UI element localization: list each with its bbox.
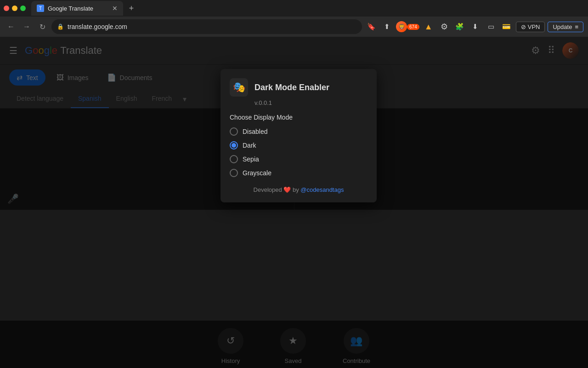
disabled-option[interactable]: Disabled [230,127,368,136]
extensions-icon[interactable]: 🧩 [453,20,466,33]
menu-icon: ≡ [575,23,578,30]
new-tab-button[interactable]: + [125,2,138,15]
tab-favicon: T [37,5,44,12]
back-button[interactable]: ← [5,20,17,33]
popup-footer: Developed ❤️ by @codesandtags [230,186,368,193]
sepia-label: Sepia [243,155,259,163]
popup-extension-logo: 🎭 [230,78,248,97]
active-tab[interactable]: T Google Translate ✕ [31,1,123,16]
popup-overlay: 🎭 Dark Mode Enabler v.0.0.1 Choose Displ… [0,37,588,368]
window-controls [4,6,26,11]
grayscale-radio[interactable] [230,169,238,177]
vpn-button[interactable]: ⊘ VPN [516,22,545,32]
browser-chrome: T Google Translate ✕ + ← → ↻ 🔒 translate… [0,0,588,37]
address-bar[interactable]: 🔒 translate.google.com [51,19,362,34]
sepia-radio[interactable] [230,155,238,163]
brave-lion-icon[interactable]: 🦁 [396,21,407,32]
brave-shield-wrapper: 🦁 674 [396,21,419,32]
vpn-label: VPN [528,23,540,30]
tab-title: Google Translate [48,5,93,12]
disabled-radio[interactable] [230,127,238,136]
main-content: ☰ Google Translate ⚙ ⠿ C ⇄ Text 🖼 Images [0,37,588,368]
vpn-icon: ⊘ [521,23,526,30]
update-label: Update [553,23,572,30]
nav-right-controls: 🔖 ⬆ 🦁 674 ▲ ⚙ 🧩 ⬇ ▭ 💳 ⊘ VPN Update ≡ [365,20,583,33]
dark-mode-enabler-popup: 🎭 Dark Mode Enabler v.0.0.1 Choose Displ… [220,69,377,202]
update-button[interactable]: Update ≡ [548,22,583,32]
grayscale-option[interactable]: Grayscale [230,169,368,177]
popup-version: v.0.0.1 [230,99,368,106]
footer-username[interactable]: @codesandtags [300,186,344,193]
nav-bar: ← → ↻ 🔒 translate.google.com 🔖 ⬆ 🦁 674 ▲… [0,17,588,37]
dark-option[interactable]: Dark [230,141,368,150]
disabled-label: Disabled [243,128,267,135]
url-text: translate.google.com [68,23,127,30]
dark-radio-inner [232,143,236,148]
sepia-option[interactable]: Sepia [230,155,368,163]
brave-badge: 674 [407,24,419,30]
bookmark-button[interactable]: 🔖 [365,20,378,33]
heart-icon: ❤️ [283,186,293,193]
reload-button[interactable]: ↻ [36,20,49,33]
close-window-button[interactable] [4,6,9,11]
popup-title: Dark Mode Enabler [254,83,329,92]
download-icon[interactable]: ⬇ [469,20,482,33]
tab-close-button[interactable]: ✕ [112,5,118,12]
brave-rewards-icon[interactable]: ▲ [422,20,435,33]
minimize-window-button[interactable] [12,6,17,11]
tab-bar: T Google Translate ✕ + [0,0,588,17]
share-button[interactable]: ⬆ [380,20,393,33]
footer-by-text: by [293,186,299,193]
dark-radio[interactable] [230,141,238,150]
secure-icon: 🔒 [57,23,64,30]
maximize-window-button[interactable] [20,6,26,11]
grayscale-label: Grayscale [243,169,271,177]
display-mode-options: Disabled Dark Sepia [230,127,368,177]
sidebar-icon[interactable]: ▭ [485,20,498,33]
popup-section-title: Choose Display Mode [230,114,368,121]
popup-header: 🎭 Dark Mode Enabler [230,78,368,97]
forward-button[interactable]: → [20,20,33,33]
dark-mode-extension-icon[interactable]: ⚙ [438,20,451,33]
dark-label: Dark [243,142,256,149]
wallet-icon[interactable]: 💳 [500,20,513,33]
footer-developed-text: Developed [254,186,282,193]
